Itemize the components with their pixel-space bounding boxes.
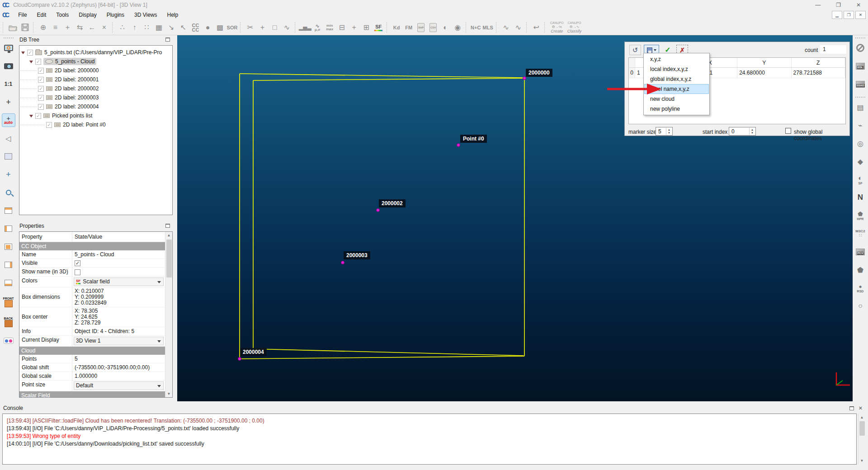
point-label-2000004[interactable]: 2000004: [240, 348, 267, 356]
menu-help[interactable]: Help: [162, 10, 183, 19]
ransac-shape-button[interactable]: ↩: [530, 21, 542, 34]
view-front-iso-button[interactable]: FRONT: [2, 294, 15, 310]
point-label-2000000[interactable]: 2000000: [526, 69, 552, 77]
sf-delete-button[interactable]: ⊟: [336, 21, 348, 34]
clone-button[interactable]: ⇆: [74, 21, 86, 34]
pick-center-button[interactable]: +: [2, 95, 15, 109]
console-scrollbar[interactable]: ▲ ▼: [858, 414, 865, 464]
spin-up-icon[interactable]: ▲: [668, 128, 670, 132]
visibility-checkbox[interactable]: [27, 50, 33, 56]
visibility-checkbox[interactable]: [38, 86, 44, 92]
canupo-classify-button[interactable]: CANUPO⚙→∿Classify: [567, 21, 582, 34]
scroll-up-icon[interactable]: ▲: [165, 232, 173, 239]
point-marker[interactable]: [457, 143, 460, 147]
visibility-checkbox[interactable]: [38, 77, 44, 83]
curve-fit-points-button[interactable]: ∿: [512, 21, 524, 34]
shp-export-button[interactable]: SHP: [415, 21, 427, 34]
tree-item-label-2000000[interactable]: 2D label: 2000000: [20, 66, 172, 75]
menu-display[interactable]: Display: [74, 10, 101, 19]
point-size-dropdown[interactable]: Default: [74, 381, 164, 390]
menu-edit[interactable]: Edit: [32, 10, 52, 19]
mdi-close-icon[interactable]: ✕: [855, 11, 866, 19]
tree-item-picked-points-list[interactable]: Picked points list: [20, 111, 172, 120]
mdi-restore-icon[interactable]: ❐: [844, 11, 854, 19]
tree-item-cloud[interactable]: 5_points - Cloud: [20, 57, 172, 66]
show-global-coordinates-checkbox[interactable]: [785, 128, 791, 134]
colorimetric-segmenter-button[interactable]: ◐SF: [854, 173, 867, 186]
zoom-1-1-button[interactable]: 1:1: [2, 77, 15, 91]
curve-fit-button[interactable]: ∿: [500, 21, 512, 34]
spin-down-icon[interactable]: ▼: [668, 132, 670, 135]
current-display-dropdown[interactable]: 3D View 1: [74, 337, 164, 345]
column-header-z[interactable]: Z: [792, 58, 846, 67]
orbit-button[interactable]: ○: [854, 299, 867, 313]
rasterize-button[interactable]: ↖: [177, 21, 189, 34]
prop-value-name[interactable]: 5_points - Cloud: [72, 250, 165, 258]
display-settings-button[interactable]: [2, 41, 15, 55]
histogram-button[interactable]: ▂▅▃: [299, 21, 311, 34]
octree-button[interactable]: ▦: [153, 21, 165, 34]
show-name-checkbox[interactable]: [75, 269, 80, 275]
view-top-button[interactable]: [2, 204, 15, 217]
segment-scissors-button[interactable]: ✂: [244, 21, 256, 34]
float-panel-icon[interactable]: [849, 406, 854, 410]
compute-normals-button[interactable]: ↑: [128, 21, 141, 34]
revert-button[interactable]: ↺: [629, 45, 641, 55]
console-log[interactable]: [13:59:43] [ASCIIFilter::loadFile] Cloud…: [2, 414, 857, 465]
scrollbar-thumb[interactable]: [859, 421, 865, 436]
view-left-button[interactable]: [2, 222, 15, 235]
tree-item-label-2000004[interactable]: 2D label: 2000004: [20, 102, 172, 111]
zoom-magnifier-button[interactable]: [2, 186, 15, 199]
normals-curvature-button[interactable]: N+C: [470, 21, 482, 34]
menu-tools[interactable]: Tools: [51, 10, 74, 19]
scroll-up-icon[interactable]: ▲: [859, 414, 866, 421]
sor-filter-button[interactable]: SOR: [226, 21, 238, 34]
point-picking-button[interactable]: +: [61, 21, 74, 34]
sf-color-scale-button[interactable]: SF: [373, 21, 385, 34]
minimize-icon[interactable]: —: [815, 2, 821, 8]
close-icon[interactable]: ✕: [856, 2, 861, 8]
view-bottom-button[interactable]: [2, 276, 15, 290]
polyhedron-button[interactable]: ⬟: [854, 263, 867, 277]
noise-filter-button[interactable]: ∷: [141, 21, 153, 34]
kd-tree-button[interactable]: Kd: [391, 21, 403, 34]
visibility-checkbox[interactable]: [38, 68, 44, 74]
display-options-button[interactable]: ≡: [49, 21, 61, 34]
colors-dropdown[interactable]: SF Scalar field: [74, 277, 164, 286]
menu-item-xyz[interactable]: x,y,z: [644, 54, 709, 64]
save-button[interactable]: [19, 21, 31, 34]
point-marker[interactable]: [341, 261, 344, 264]
view-back-iso-button[interactable]: BACK: [2, 314, 15, 329]
float-panel-icon[interactable]: [165, 224, 170, 228]
visibility-checkbox[interactable]: [38, 104, 44, 110]
sf-arithmetic-button[interactable]: ⊞: [360, 21, 373, 34]
menu-item-new-polyline[interactable]: new polyline: [644, 104, 709, 114]
rsd-button[interactable]: ●RSD: [854, 281, 867, 295]
checker-button[interactable]: ▩: [214, 21, 226, 34]
shield-facets-button[interactable]: ◆: [854, 155, 867, 168]
sf-filter-minmax-button[interactable]: minmax: [324, 21, 336, 34]
point-marker[interactable]: [376, 208, 380, 212]
properties-scrollbar[interactable]: ▲ ▼: [165, 232, 172, 397]
point-label-point0[interactable]: Point #0: [460, 135, 487, 143]
point-label-2000002[interactable]: 2000002: [379, 199, 406, 207]
pcv-button[interactable]: PCV: [854, 245, 867, 258]
tree-item-label-2000003[interactable]: 2D label: 2000003: [20, 93, 172, 102]
canupo-create-button[interactable]: CANUPO⚙→%Create: [550, 21, 564, 34]
trace-polyline-button[interactable]: ∿: [281, 21, 293, 34]
sample-points-button[interactable]: ↘: [165, 21, 177, 34]
visibility-checkbox[interactable]: [46, 122, 52, 128]
spin-up-icon[interactable]: ▲: [751, 128, 754, 132]
close-console-icon[interactable]: ✕: [859, 405, 863, 411]
menu-item-local-index[interactable]: local index,x,y,z: [644, 64, 709, 74]
csf-filter-button[interactable]: ●: [202, 21, 214, 34]
start-index-stepper[interactable]: 0 ▲▼: [729, 127, 756, 136]
float-panel-icon[interactable]: [165, 38, 170, 42]
expander-icon[interactable]: [21, 52, 25, 56]
gaussian-filter-button[interactable]: ∿μ,σ: [311, 21, 324, 34]
visible-checkbox[interactable]: [75, 260, 80, 266]
mls-smooth-button[interactable]: MLS: [482, 21, 494, 34]
m3c2-button[interactable]: M3C2∷: [854, 227, 867, 240]
pivot-visibility-button[interactable]: +: [2, 168, 15, 181]
point-marker[interactable]: [238, 357, 241, 361]
